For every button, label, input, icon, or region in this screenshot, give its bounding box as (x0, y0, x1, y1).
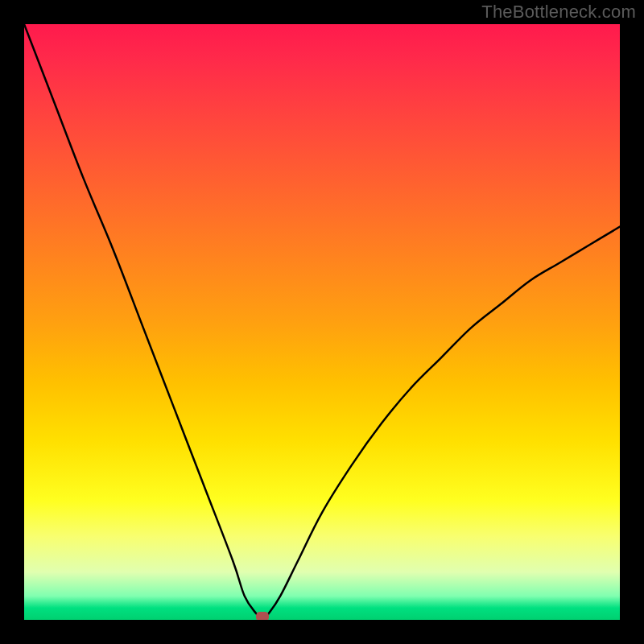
minimum-marker-icon (256, 612, 269, 620)
bottleneck-curve (24, 24, 620, 620)
plot-area (24, 24, 620, 620)
curve-svg (24, 24, 620, 620)
watermark-text: TheBottleneck.com (481, 2, 636, 23)
